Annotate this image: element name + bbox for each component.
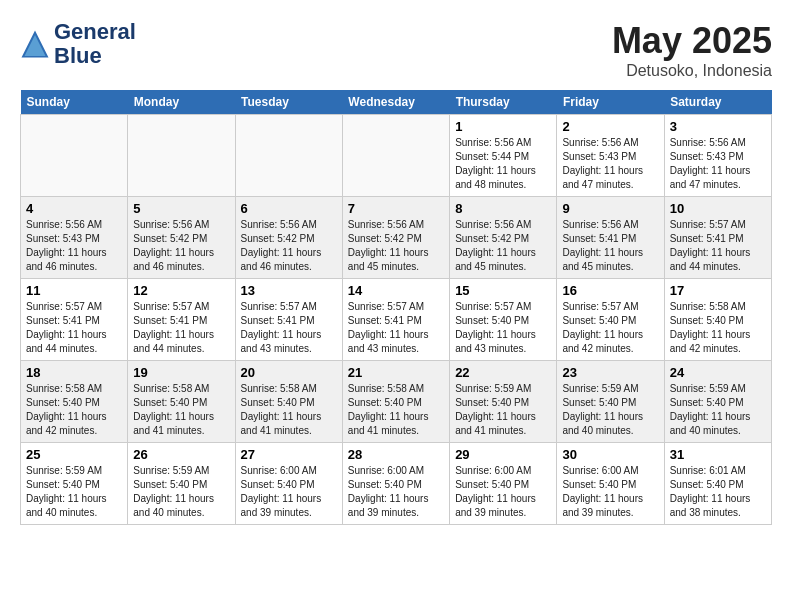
calendar-cell: 6Sunrise: 5:56 AM Sunset: 5:42 PM Daylig… — [235, 197, 342, 279]
page-header: General Blue May 2025 Detusoko, Indonesi… — [20, 20, 772, 80]
day-number: 25 — [26, 447, 122, 462]
day-info: Sunrise: 5:56 AM Sunset: 5:43 PM Dayligh… — [562, 136, 658, 192]
calendar-cell: 30Sunrise: 6:00 AM Sunset: 5:40 PM Dayli… — [557, 443, 664, 525]
day-number: 7 — [348, 201, 444, 216]
day-number: 18 — [26, 365, 122, 380]
day-number: 17 — [670, 283, 766, 298]
calendar-cell — [342, 115, 449, 197]
logo: General Blue — [20, 20, 136, 68]
weekday-header: Wednesday — [342, 90, 449, 115]
calendar-cell: 23Sunrise: 5:59 AM Sunset: 5:40 PM Dayli… — [557, 361, 664, 443]
day-info: Sunrise: 5:59 AM Sunset: 5:40 PM Dayligh… — [133, 464, 229, 520]
calendar-cell: 9Sunrise: 5:56 AM Sunset: 5:41 PM Daylig… — [557, 197, 664, 279]
day-number: 28 — [348, 447, 444, 462]
day-info: Sunrise: 6:00 AM Sunset: 5:40 PM Dayligh… — [562, 464, 658, 520]
calendar-cell: 29Sunrise: 6:00 AM Sunset: 5:40 PM Dayli… — [450, 443, 557, 525]
calendar-cell: 27Sunrise: 6:00 AM Sunset: 5:40 PM Dayli… — [235, 443, 342, 525]
day-number: 19 — [133, 365, 229, 380]
calendar-cell: 13Sunrise: 5:57 AM Sunset: 5:41 PM Dayli… — [235, 279, 342, 361]
calendar-cell: 18Sunrise: 5:58 AM Sunset: 5:40 PM Dayli… — [21, 361, 128, 443]
calendar-cell: 14Sunrise: 5:57 AM Sunset: 5:41 PM Dayli… — [342, 279, 449, 361]
day-info: Sunrise: 5:58 AM Sunset: 5:40 PM Dayligh… — [241, 382, 337, 438]
day-number: 3 — [670, 119, 766, 134]
day-info: Sunrise: 5:58 AM Sunset: 5:40 PM Dayligh… — [26, 382, 122, 438]
day-info: Sunrise: 5:58 AM Sunset: 5:40 PM Dayligh… — [670, 300, 766, 356]
day-info: Sunrise: 5:59 AM Sunset: 5:40 PM Dayligh… — [455, 382, 551, 438]
weekday-header-row: SundayMondayTuesdayWednesdayThursdayFrid… — [21, 90, 772, 115]
day-number: 2 — [562, 119, 658, 134]
day-number: 26 — [133, 447, 229, 462]
calendar-cell: 26Sunrise: 5:59 AM Sunset: 5:40 PM Dayli… — [128, 443, 235, 525]
day-info: Sunrise: 6:00 AM Sunset: 5:40 PM Dayligh… — [348, 464, 444, 520]
weekday-header: Friday — [557, 90, 664, 115]
calendar-cell: 7Sunrise: 5:56 AM Sunset: 5:42 PM Daylig… — [342, 197, 449, 279]
day-info: Sunrise: 5:57 AM Sunset: 5:41 PM Dayligh… — [133, 300, 229, 356]
day-info: Sunrise: 5:56 AM Sunset: 5:41 PM Dayligh… — [562, 218, 658, 274]
weekday-header: Thursday — [450, 90, 557, 115]
logo-line1: General — [54, 20, 136, 44]
title-block: May 2025 Detusoko, Indonesia — [612, 20, 772, 80]
calendar-cell — [235, 115, 342, 197]
day-info: Sunrise: 5:56 AM Sunset: 5:42 PM Dayligh… — [241, 218, 337, 274]
calendar-cell: 8Sunrise: 5:56 AM Sunset: 5:42 PM Daylig… — [450, 197, 557, 279]
day-number: 27 — [241, 447, 337, 462]
day-number: 13 — [241, 283, 337, 298]
logo-text: General Blue — [54, 20, 136, 68]
calendar-cell: 3Sunrise: 5:56 AM Sunset: 5:43 PM Daylig… — [664, 115, 771, 197]
calendar-cell: 12Sunrise: 5:57 AM Sunset: 5:41 PM Dayli… — [128, 279, 235, 361]
day-number: 29 — [455, 447, 551, 462]
day-number: 16 — [562, 283, 658, 298]
day-number: 31 — [670, 447, 766, 462]
day-number: 11 — [26, 283, 122, 298]
logo-icon — [20, 29, 50, 59]
day-number: 14 — [348, 283, 444, 298]
calendar-week-row: 4Sunrise: 5:56 AM Sunset: 5:43 PM Daylig… — [21, 197, 772, 279]
day-number: 4 — [26, 201, 122, 216]
day-info: Sunrise: 5:57 AM Sunset: 5:41 PM Dayligh… — [241, 300, 337, 356]
day-info: Sunrise: 5:56 AM Sunset: 5:42 PM Dayligh… — [455, 218, 551, 274]
day-number: 21 — [348, 365, 444, 380]
calendar-cell: 19Sunrise: 5:58 AM Sunset: 5:40 PM Dayli… — [128, 361, 235, 443]
day-info: Sunrise: 6:01 AM Sunset: 5:40 PM Dayligh… — [670, 464, 766, 520]
day-number: 1 — [455, 119, 551, 134]
day-info: Sunrise: 5:56 AM Sunset: 5:43 PM Dayligh… — [26, 218, 122, 274]
day-number: 10 — [670, 201, 766, 216]
day-info: Sunrise: 5:56 AM Sunset: 5:42 PM Dayligh… — [133, 218, 229, 274]
day-number: 15 — [455, 283, 551, 298]
day-info: Sunrise: 5:59 AM Sunset: 5:40 PM Dayligh… — [670, 382, 766, 438]
day-number: 24 — [670, 365, 766, 380]
weekday-header: Saturday — [664, 90, 771, 115]
day-info: Sunrise: 5:57 AM Sunset: 5:40 PM Dayligh… — [455, 300, 551, 356]
day-number: 23 — [562, 365, 658, 380]
calendar-cell: 15Sunrise: 5:57 AM Sunset: 5:40 PM Dayli… — [450, 279, 557, 361]
calendar-cell: 5Sunrise: 5:56 AM Sunset: 5:42 PM Daylig… — [128, 197, 235, 279]
weekday-header: Monday — [128, 90, 235, 115]
day-info: Sunrise: 5:59 AM Sunset: 5:40 PM Dayligh… — [562, 382, 658, 438]
calendar-week-row: 25Sunrise: 5:59 AM Sunset: 5:40 PM Dayli… — [21, 443, 772, 525]
day-number: 22 — [455, 365, 551, 380]
weekday-header: Sunday — [21, 90, 128, 115]
calendar-cell — [21, 115, 128, 197]
day-info: Sunrise: 6:00 AM Sunset: 5:40 PM Dayligh… — [241, 464, 337, 520]
day-info: Sunrise: 5:57 AM Sunset: 5:41 PM Dayligh… — [348, 300, 444, 356]
day-info: Sunrise: 5:57 AM Sunset: 5:41 PM Dayligh… — [26, 300, 122, 356]
calendar-cell: 20Sunrise: 5:58 AM Sunset: 5:40 PM Dayli… — [235, 361, 342, 443]
calendar-cell: 28Sunrise: 6:00 AM Sunset: 5:40 PM Dayli… — [342, 443, 449, 525]
day-number: 8 — [455, 201, 551, 216]
calendar-cell: 4Sunrise: 5:56 AM Sunset: 5:43 PM Daylig… — [21, 197, 128, 279]
calendar-week-row: 1Sunrise: 5:56 AM Sunset: 5:44 PM Daylig… — [21, 115, 772, 197]
day-info: Sunrise: 5:56 AM Sunset: 5:42 PM Dayligh… — [348, 218, 444, 274]
day-info: Sunrise: 5:58 AM Sunset: 5:40 PM Dayligh… — [348, 382, 444, 438]
calendar-cell: 2Sunrise: 5:56 AM Sunset: 5:43 PM Daylig… — [557, 115, 664, 197]
calendar-cell — [128, 115, 235, 197]
calendar-cell: 10Sunrise: 5:57 AM Sunset: 5:41 PM Dayli… — [664, 197, 771, 279]
day-number: 30 — [562, 447, 658, 462]
calendar-week-row: 11Sunrise: 5:57 AM Sunset: 5:41 PM Dayli… — [21, 279, 772, 361]
day-info: Sunrise: 5:57 AM Sunset: 5:40 PM Dayligh… — [562, 300, 658, 356]
calendar-cell: 25Sunrise: 5:59 AM Sunset: 5:40 PM Dayli… — [21, 443, 128, 525]
day-number: 12 — [133, 283, 229, 298]
calendar-cell: 22Sunrise: 5:59 AM Sunset: 5:40 PM Dayli… — [450, 361, 557, 443]
day-number: 20 — [241, 365, 337, 380]
day-number: 9 — [562, 201, 658, 216]
calendar-cell: 1Sunrise: 5:56 AM Sunset: 5:44 PM Daylig… — [450, 115, 557, 197]
